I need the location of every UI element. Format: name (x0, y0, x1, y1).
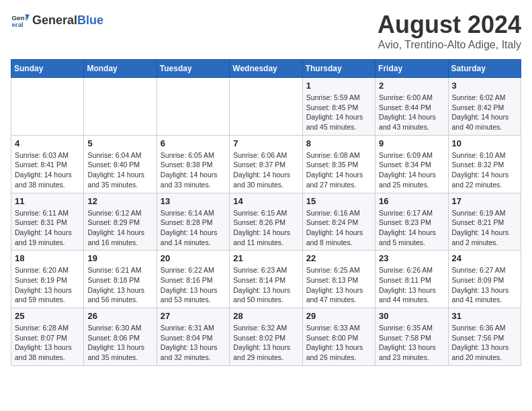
day-info: Sunrise: 6:00 AMSunset: 8:44 PMDaylight:… (379, 93, 444, 132)
day-info: Sunrise: 6:17 AMSunset: 8:23 PMDaylight:… (379, 208, 444, 248)
day-cell: 14Sunrise: 6:15 AMSunset: 8:26 PMDayligh… (230, 193, 302, 250)
day-cell: 28Sunrise: 6:32 AMSunset: 8:02 PMDayligh… (230, 308, 302, 366)
main-title: August 2024 (378, 11, 521, 39)
calendar-header-row: SundayMondayTuesdayWednesdayThursdayFrid… (11, 60, 521, 78)
day-info: Sunrise: 6:02 AMSunset: 8:42 PMDaylight:… (452, 93, 517, 132)
day-number: 22 (306, 253, 371, 263)
day-info: Sunrise: 6:22 AMSunset: 8:16 PMDaylight:… (161, 265, 226, 305)
day-cell: 27Sunrise: 6:31 AMSunset: 8:04 PMDayligh… (157, 308, 229, 366)
logo: Gen eral GeneralBlue (11, 11, 103, 30)
day-cell: 2Sunrise: 6:00 AMSunset: 8:44 PMDaylight… (375, 78, 448, 136)
day-info: Sunrise: 5:59 AMSunset: 8:45 PMDaylight:… (306, 93, 371, 132)
day-info: Sunrise: 6:25 AMSunset: 8:13 PMDaylight:… (306, 265, 371, 305)
day-number: 10 (452, 138, 517, 148)
day-number: 21 (233, 253, 298, 263)
day-number: 31 (452, 311, 517, 321)
calendar-body: 1Sunrise: 5:59 AMSunset: 8:45 PMDaylight… (11, 78, 521, 366)
day-cell: 18Sunrise: 6:20 AMSunset: 8:19 PMDayligh… (11, 250, 84, 308)
day-number: 15 (306, 196, 371, 206)
day-cell: 9Sunrise: 6:09 AMSunset: 8:34 PMDaylight… (375, 135, 448, 193)
day-cell: 22Sunrise: 6:25 AMSunset: 8:13 PMDayligh… (302, 250, 375, 308)
day-info: Sunrise: 6:20 AMSunset: 8:19 PMDaylight:… (15, 265, 80, 305)
week-row-1: 4Sunrise: 6:03 AMSunset: 8:41 PMDaylight… (11, 135, 521, 193)
day-number: 16 (379, 196, 444, 206)
day-cell: 4Sunrise: 6:03 AMSunset: 8:41 PMDaylight… (11, 135, 84, 193)
day-number: 3 (452, 81, 517, 91)
day-cell: 5Sunrise: 6:04 AMSunset: 8:40 PMDaylight… (84, 135, 157, 193)
day-cell: 7Sunrise: 6:06 AMSunset: 8:37 PMDaylight… (230, 135, 302, 193)
day-number: 28 (233, 311, 298, 321)
day-info: Sunrise: 6:16 AMSunset: 8:24 PMDaylight:… (306, 208, 371, 248)
day-info: Sunrise: 6:26 AMSunset: 8:11 PMDaylight:… (379, 265, 444, 305)
day-info: Sunrise: 6:10 AMSunset: 8:32 PMDaylight:… (452, 150, 517, 190)
day-info: Sunrise: 6:05 AMSunset: 8:38 PMDaylight:… (161, 150, 226, 190)
day-info: Sunrise: 6:21 AMSunset: 8:18 PMDaylight:… (87, 265, 152, 305)
day-cell: 26Sunrise: 6:30 AMSunset: 8:06 PMDayligh… (84, 308, 157, 366)
day-cell: 6Sunrise: 6:05 AMSunset: 8:38 PMDaylight… (157, 135, 229, 193)
day-number: 12 (87, 196, 152, 206)
header-day-monday: Monday (84, 60, 157, 78)
day-cell: 20Sunrise: 6:22 AMSunset: 8:16 PMDayligh… (157, 250, 229, 308)
day-number: 8 (306, 138, 371, 148)
header-day-saturday: Saturday (448, 60, 521, 78)
day-cell: 13Sunrise: 6:14 AMSunset: 8:28 PMDayligh… (157, 193, 229, 250)
day-number: 18 (15, 253, 80, 263)
day-number: 14 (233, 196, 298, 206)
day-cell: 1Sunrise: 5:59 AMSunset: 8:45 PMDaylight… (302, 78, 375, 136)
day-info: Sunrise: 6:06 AMSunset: 8:37 PMDaylight:… (233, 150, 298, 190)
day-cell: 16Sunrise: 6:17 AMSunset: 8:23 PMDayligh… (375, 193, 448, 250)
logo-icon: Gen eral (11, 11, 30, 30)
day-cell: 25Sunrise: 6:28 AMSunset: 8:07 PMDayligh… (11, 308, 84, 366)
logo-blue: Blue (77, 13, 103, 27)
title-area: August 2024 Avio, Trentino-Alto Adige, I… (378, 11, 521, 51)
logo-general: General (32, 13, 77, 27)
day-cell (157, 78, 229, 136)
day-number: 2 (379, 81, 444, 91)
svg-text:eral: eral (11, 21, 24, 28)
day-cell: 31Sunrise: 6:36 AMSunset: 7:56 PMDayligh… (448, 308, 521, 366)
day-info: Sunrise: 6:15 AMSunset: 8:26 PMDaylight:… (233, 208, 298, 248)
day-cell: 21Sunrise: 6:23 AMSunset: 8:14 PMDayligh… (230, 250, 302, 308)
day-info: Sunrise: 6:19 AMSunset: 8:21 PMDaylight:… (452, 208, 517, 248)
day-number: 11 (15, 196, 80, 206)
day-cell: 30Sunrise: 6:35 AMSunset: 7:58 PMDayligh… (375, 308, 448, 366)
day-cell (230, 78, 302, 136)
day-number: 1 (306, 81, 371, 91)
day-cell: 11Sunrise: 6:11 AMSunset: 8:31 PMDayligh… (11, 193, 84, 250)
header-day-wednesday: Wednesday (230, 60, 302, 78)
logo-text: GeneralBlue (32, 13, 103, 28)
day-info: Sunrise: 6:33 AMSunset: 8:00 PMDaylight:… (306, 323, 371, 363)
day-info: Sunrise: 6:30 AMSunset: 8:06 PMDaylight:… (87, 323, 152, 363)
day-number: 23 (379, 253, 444, 263)
day-cell (11, 78, 84, 136)
day-number: 30 (379, 311, 444, 321)
day-info: Sunrise: 6:04 AMSunset: 8:40 PMDaylight:… (87, 150, 152, 190)
week-row-2: 11Sunrise: 6:11 AMSunset: 8:31 PMDayligh… (11, 193, 521, 250)
day-number: 29 (306, 311, 371, 321)
sub-title: Avio, Trentino-Alto Adige, Italy (378, 39, 521, 51)
day-number: 27 (161, 311, 226, 321)
day-number: 26 (87, 311, 152, 321)
day-info: Sunrise: 6:31 AMSunset: 8:04 PMDaylight:… (161, 323, 226, 363)
day-info: Sunrise: 6:12 AMSunset: 8:29 PMDaylight:… (87, 208, 152, 248)
day-number: 20 (161, 253, 226, 263)
day-info: Sunrise: 6:27 AMSunset: 8:09 PMDaylight:… (452, 265, 517, 305)
day-number: 25 (15, 311, 80, 321)
day-cell: 15Sunrise: 6:16 AMSunset: 8:24 PMDayligh… (302, 193, 375, 250)
day-info: Sunrise: 6:11 AMSunset: 8:31 PMDaylight:… (15, 208, 80, 248)
svg-marker-3 (25, 17, 29, 21)
header: Gen eral GeneralBlue August 2024 Avio, T… (11, 11, 521, 51)
day-info: Sunrise: 6:08 AMSunset: 8:35 PMDaylight:… (306, 150, 371, 190)
calendar-table: SundayMondayTuesdayWednesdayThursdayFrid… (11, 59, 521, 366)
day-number: 24 (452, 253, 517, 263)
day-number: 4 (15, 138, 80, 148)
day-cell: 10Sunrise: 6:10 AMSunset: 8:32 PMDayligh… (448, 135, 521, 193)
day-cell: 17Sunrise: 6:19 AMSunset: 8:21 PMDayligh… (448, 193, 521, 250)
day-number: 17 (452, 196, 517, 206)
day-info: Sunrise: 6:23 AMSunset: 8:14 PMDaylight:… (233, 265, 298, 305)
day-info: Sunrise: 6:35 AMSunset: 7:58 PMDaylight:… (379, 323, 444, 363)
header-day-tuesday: Tuesday (157, 60, 229, 78)
day-number: 5 (87, 138, 152, 148)
week-row-0: 1Sunrise: 5:59 AMSunset: 8:45 PMDaylight… (11, 78, 521, 136)
header-day-friday: Friday (375, 60, 448, 78)
